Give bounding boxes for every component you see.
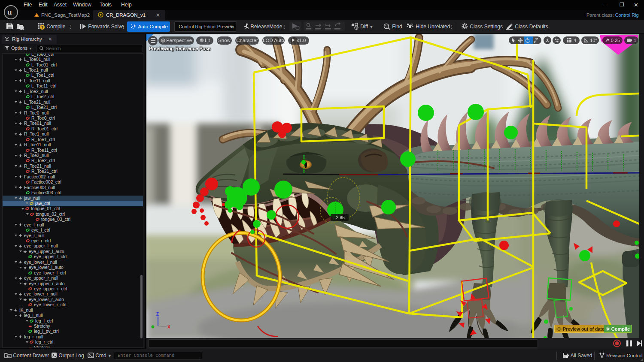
svg-text:Z: Z	[156, 312, 159, 317]
svg-text:?: ?	[41, 25, 44, 30]
svg-text:X: X	[167, 325, 170, 329]
svg-text:-2.85: -2.85	[334, 215, 345, 220]
